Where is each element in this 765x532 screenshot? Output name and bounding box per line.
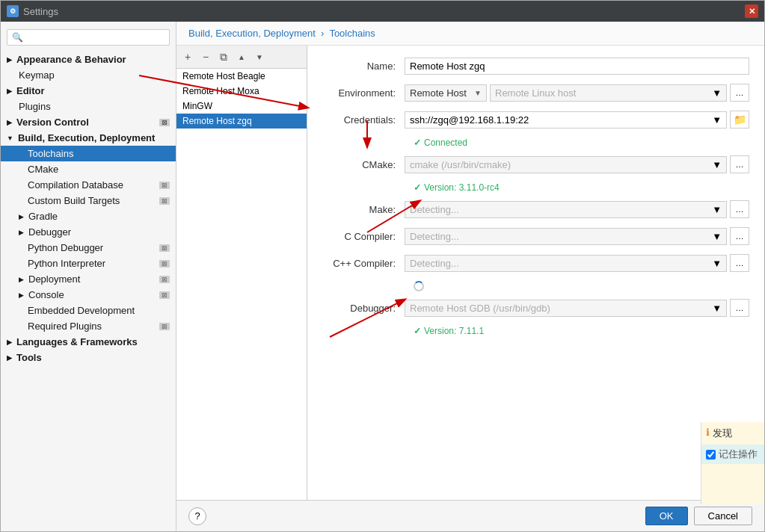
sidebar-item-debugger[interactable]: ▶ Debugger: [1, 224, 176, 240]
dropdown-arrow-icon: ▼: [712, 114, 722, 126]
search-input[interactable]: [7, 29, 170, 46]
remember-checkbox[interactable]: [706, 450, 716, 460]
c-compiler-dropdown[interactable]: Detecting... ▼: [405, 228, 727, 245]
c-compiler-browse-button[interactable]: …: [730, 227, 749, 245]
cmake-control: cmake (/usr/bin/cmake) ▼ …: [405, 155, 749, 173]
toolchain-item-zgq[interactable]: Remote Host zgq: [176, 114, 307, 129]
environment-browse-button[interactable]: …: [730, 84, 749, 102]
toolchain-item-beagle[interactable]: Remote Host Beagle: [176, 69, 307, 84]
help-button[interactable]: ?: [188, 507, 206, 525]
loading-spinner: [414, 281, 424, 291]
sidebar-item-editor[interactable]: ▶ Editor: [1, 83, 176, 99]
ok-button[interactable]: OK: [645, 507, 688, 525]
sidebar-item-toolchains[interactable]: Toolchains: [1, 146, 176, 161]
move-up-button[interactable]: ▲: [233, 49, 250, 65]
list-toolbar: + − ⧉ ▲ ▼: [176, 46, 307, 69]
sidebar-item-version-control[interactable]: ▶ Version Control ⊠: [1, 114, 176, 130]
sidebar-item-label: Python Interpreter: [28, 258, 105, 269]
environment-desc-dropdown[interactable]: Remote Linux host ▼: [490, 84, 727, 102]
credentials-dropdown[interactable]: ssh://zgq@192.168.1.19:22 ▼: [405, 111, 727, 129]
notification-bar[interactable]: 记住操作: [701, 445, 764, 464]
badge-icon: ⊠: [159, 182, 170, 189]
sidebar-item-label: Embedded Development: [28, 305, 135, 316]
dropdown-arrow-icon: ▼: [712, 204, 722, 215]
sidebar-item-build-execution[interactable]: ▼ Build, Execution, Deployment: [1, 130, 176, 146]
sidebar-item-plugins[interactable]: Plugins: [1, 99, 176, 114]
credentials-browse-button[interactable]: 📁: [730, 111, 749, 129]
sidebar-item-label: Plugins: [19, 101, 51, 112]
sidebar-item-compilation-db[interactable]: Compilation Database ⊠: [1, 177, 176, 193]
add-toolchain-button[interactable]: +: [179, 49, 196, 65]
toolchain-item-moxa[interactable]: Remote Host Moxa: [176, 84, 307, 99]
badge-icon: ⊠: [159, 244, 170, 252]
debugger-row: Debugger: Remote Host GDB (/usr/bin/gdb)…: [322, 299, 749, 317]
arrow-icon: ▶: [19, 229, 24, 236]
name-input[interactable]: [405, 58, 749, 75]
sidebar-item-label: Python Debugger: [28, 242, 103, 253]
cmake-label: CMake:: [322, 159, 405, 170]
c-compiler-control: Detecting... ▼ …: [405, 227, 749, 245]
debugger-dropdown[interactable]: Remote Host GDB (/usr/bin/gdb) ▼: [405, 300, 727, 317]
cpp-compiler-dropdown[interactable]: Detecting... ▼: [405, 255, 727, 272]
move-down-button[interactable]: ▼: [251, 49, 268, 65]
make-browse-button[interactable]: …: [730, 200, 749, 218]
sidebar-item-python-interpreter[interactable]: Python Interpreter ⊠: [1, 256, 176, 271]
sidebar-item-appearance[interactable]: ▶ Appearance & Behavior: [1, 52, 176, 67]
sidebar-item-python-debugger[interactable]: Python Debugger ⊠: [1, 240, 176, 256]
search-box[interactable]: [7, 29, 170, 46]
make-value: Detecting...: [410, 204, 459, 215]
name-label: Name:: [322, 61, 405, 72]
arrow-icon: ▶: [7, 56, 12, 64]
debugger-control: Remote Host GDB (/usr/bin/gdb) ▼ …: [405, 299, 749, 317]
sidebar-item-languages[interactable]: ▶ Languages & Frameworks: [1, 334, 176, 350]
remember-label: 记住操作: [719, 448, 758, 461]
sidebar-item-label: Toolchains: [28, 148, 73, 159]
close-button[interactable]: ✕: [745, 4, 758, 18]
arrow-icon: ▶: [7, 87, 12, 95]
sidebar-item-tools[interactable]: ▶ Tools: [1, 350, 176, 365]
sidebar-item-label: CMake: [28, 164, 58, 175]
arrow-icon: ▶: [19, 291, 24, 299]
sidebar-item-console[interactable]: ▶ Console ⊠: [1, 287, 176, 303]
sidebar-item-label: Debugger: [28, 226, 71, 238]
cancel-button[interactable]: Cancel: [694, 507, 752, 525]
sidebar-item-custom-build[interactable]: Custom Build Targets ⊠: [1, 193, 176, 208]
cpp-compiler-control: Detecting... ▼ …: [405, 254, 749, 272]
sidebar-item-keymap[interactable]: Keymap: [1, 67, 176, 83]
cmake-browse-button[interactable]: …: [730, 155, 749, 173]
main-area: ▶ Appearance & Behavior Keymap ▶ Editor …: [1, 22, 764, 531]
sidebar-item-cmake[interactable]: CMake: [1, 161, 176, 177]
sidebar-item-label: Languages & Frameworks: [16, 336, 138, 347]
sidebar-item-label: Editor: [16, 85, 45, 96]
breadcrumb-separator: ›: [321, 28, 324, 39]
cmake-row: CMake: cmake (/usr/bin/cmake) ▼ …: [322, 155, 749, 173]
cmake-status-row: Version: 3.11.0-rc4: [322, 182, 749, 193]
cmake-value: cmake (/usr/bin/cmake): [410, 159, 511, 170]
make-control: Detecting... ▼ …: [405, 200, 749, 218]
credentials-value: ssh://zgq@192.168.1.19:22: [410, 114, 529, 126]
sidebar-item-required-plugins[interactable]: Required Plugins ⊠: [1, 318, 176, 334]
breadcrumb-path: Build, Execution, Deployment: [188, 28, 316, 39]
environment-type-dropdown[interactable]: Remote Host ▼: [405, 84, 487, 102]
arrow-icon: ▶: [7, 338, 12, 346]
copy-toolchain-button[interactable]: ⧉: [215, 49, 232, 65]
debugger-value: Remote Host GDB (/usr/bin/gdb): [410, 303, 550, 314]
dropdown-arrow-icon: ▼: [474, 89, 482, 97]
sidebar-item-embedded[interactable]: Embedded Development: [1, 303, 176, 318]
toolchain-item-mingw[interactable]: MinGW: [176, 99, 307, 114]
spinner-row: [322, 281, 749, 291]
app-icon: ⚙: [7, 5, 19, 17]
c-compiler-row: C Compiler: Detecting... ▼ …: [322, 227, 749, 245]
arrow-icon: ▶: [7, 354, 12, 362]
remove-toolchain-button[interactable]: −: [197, 49, 214, 65]
badge-icon: ⊠: [159, 276, 170, 283]
sidebar-item-deployment[interactable]: ▶ Deployment ⊠: [1, 271, 176, 287]
sidebar-item-label: Required Plugins: [28, 321, 102, 332]
credentials-row: Credentials: ssh://zgq@192.168.1.19:22 ▼…: [322, 111, 749, 129]
cpp-compiler-browse-button[interactable]: …: [730, 254, 749, 272]
make-dropdown[interactable]: Detecting... ▼: [405, 201, 727, 218]
c-compiler-label: C Compiler:: [322, 231, 405, 242]
cmake-dropdown[interactable]: cmake (/usr/bin/cmake) ▼: [405, 156, 727, 173]
sidebar-item-gradle[interactable]: ▶ Gradle: [1, 208, 176, 224]
debugger-browse-button[interactable]: …: [730, 299, 749, 317]
